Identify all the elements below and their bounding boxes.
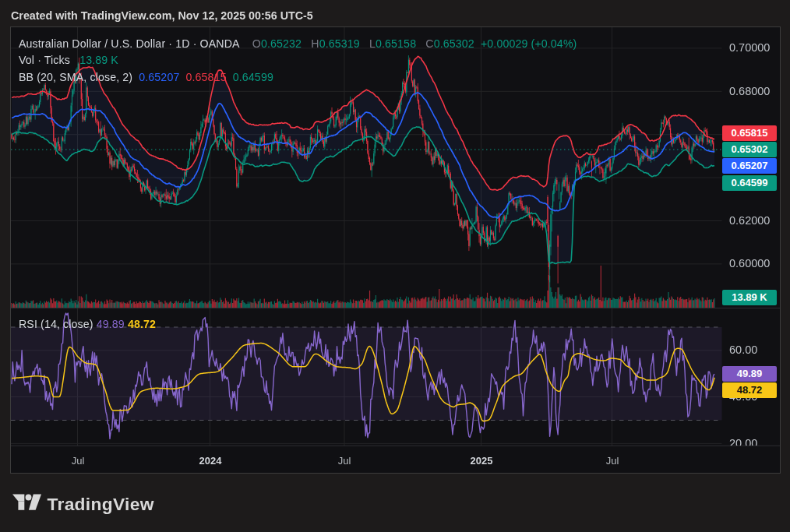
svg-text:TradingView: TradingView: [48, 494, 154, 514]
